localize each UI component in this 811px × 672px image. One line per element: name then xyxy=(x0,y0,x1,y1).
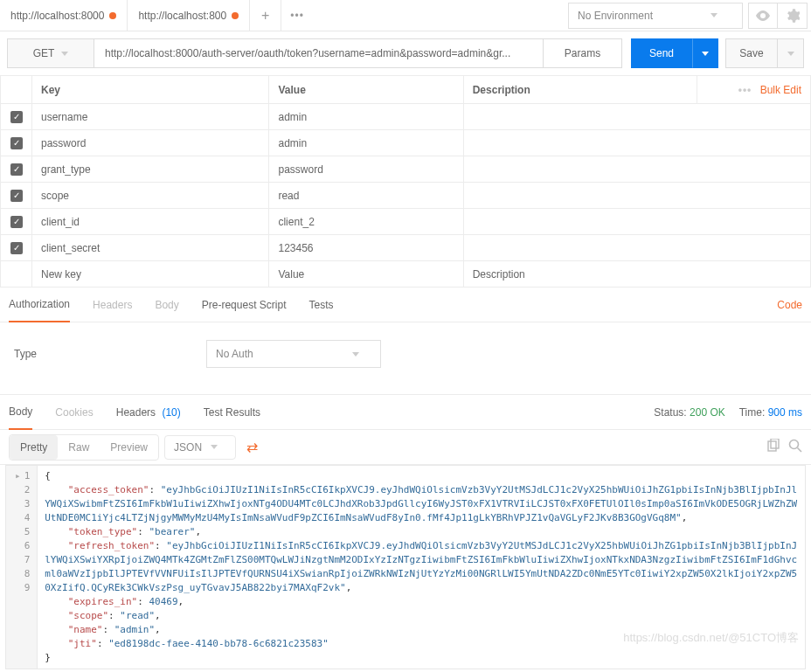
tab-body[interactable]: Body xyxy=(155,288,178,322)
chevron-down-icon xyxy=(352,352,359,357)
request-section-tabs: Authorization Headers Body Pre-request S… xyxy=(0,288,811,322)
checkbox-icon[interactable]: ✓ xyxy=(10,242,23,254)
col-value: Value xyxy=(269,76,463,104)
param-value[interactable]: password xyxy=(269,156,463,183)
param-row[interactable]: ✓passwordadmin xyxy=(1,130,811,156)
auth-type-label: Type xyxy=(14,348,206,360)
http-method-select[interactable]: GET xyxy=(7,38,94,68)
chevron-down-icon xyxy=(787,52,794,56)
checkbox-icon[interactable]: ✓ xyxy=(10,216,23,228)
chevron-down-icon xyxy=(211,445,218,449)
tab-prerequest[interactable]: Pre-request Script xyxy=(202,288,287,322)
param-row[interactable]: ✓scoperead xyxy=(1,183,811,209)
param-key[interactable]: grant_type xyxy=(32,156,269,183)
view-pretty[interactable]: Pretty xyxy=(10,435,58,460)
param-description[interactable] xyxy=(463,183,810,209)
tab-label: http://localhost:8000 xyxy=(10,10,104,22)
params-table: Key Value Description ••• Bulk Edit ✓use… xyxy=(0,75,811,288)
params-button[interactable]: Params xyxy=(544,38,622,68)
param-key[interactable]: client_id xyxy=(32,209,269,235)
param-value[interactable]: 123456 xyxy=(269,235,463,261)
resp-tab-headers[interactable]: Headers (10) xyxy=(116,395,181,430)
copy-icon[interactable] xyxy=(766,439,780,455)
chevron-down-icon xyxy=(61,52,68,56)
svg-rect-1 xyxy=(771,439,779,448)
checkbox-icon[interactable]: ✓ xyxy=(10,190,23,202)
response-format-select[interactable]: JSON xyxy=(164,435,236,460)
method-label: GET xyxy=(33,47,55,59)
svg-point-2 xyxy=(790,440,799,449)
tab-authorization[interactable]: Authorization xyxy=(9,288,70,322)
view-preview[interactable]: Preview xyxy=(100,435,158,460)
environment-label: No Environment xyxy=(578,10,653,22)
gear-icon xyxy=(786,9,800,23)
param-row[interactable]: ✓usernameadmin xyxy=(1,104,811,130)
new-param-row[interactable]: New key Value Description xyxy=(1,261,811,288)
resp-tab-body[interactable]: Body xyxy=(9,395,32,430)
param-row[interactable]: ✓client_idclient_2 xyxy=(1,209,811,235)
send-button[interactable]: Send xyxy=(631,38,692,68)
code-link[interactable]: Code xyxy=(777,299,802,311)
top-tab-bar: http://localhost:8000 http://localhost:8… xyxy=(0,0,811,31)
svg-line-3 xyxy=(798,448,802,453)
tab-headers[interactable]: Headers xyxy=(93,288,132,322)
param-row[interactable]: ✓client_secret123456 xyxy=(1,235,811,261)
checkbox-icon[interactable]: ✓ xyxy=(10,163,23,176)
checkbox-icon[interactable]: ✓ xyxy=(10,137,23,149)
request-tab-1[interactable]: http://localhost:8000 xyxy=(0,0,128,31)
col-key: Key xyxy=(32,76,269,104)
col-description: Description xyxy=(463,76,697,104)
authorization-panel: Type No Auth xyxy=(0,322,811,395)
svg-rect-0 xyxy=(768,441,776,451)
url-value: http://localhost:8000/auth-server/oauth/… xyxy=(105,47,510,59)
param-key[interactable]: client_secret xyxy=(32,235,269,261)
resp-tab-tests[interactable]: Test Results xyxy=(204,395,260,430)
response-view-bar: Pretty Raw Preview JSON ⇄ xyxy=(0,430,811,465)
response-section-tabs: Body Cookies Headers (10) Test Results S… xyxy=(0,395,811,430)
resp-tab-cookies[interactable]: Cookies xyxy=(55,395,93,430)
more-icon[interactable]: ••• xyxy=(738,84,758,96)
modified-dot-icon xyxy=(232,12,239,19)
checkbox-icon[interactable]: ✓ xyxy=(10,111,23,123)
request-tab-2[interactable]: http://localhost:800 xyxy=(128,0,250,31)
environment-preview-button[interactable] xyxy=(748,3,778,29)
param-key[interactable]: password xyxy=(32,130,269,156)
status-label: Status: 200 OK xyxy=(654,406,724,419)
chevron-down-icon xyxy=(702,52,709,56)
time-label: Time: 900 ms xyxy=(739,406,802,419)
chevron-down-icon xyxy=(710,13,717,17)
param-row[interactable]: ✓grant_typepassword xyxy=(1,156,811,183)
wrap-lines-icon[interactable]: ⇄ xyxy=(246,439,258,455)
param-description[interactable] xyxy=(463,209,810,235)
param-description[interactable] xyxy=(463,130,810,156)
environment-select[interactable]: No Environment xyxy=(568,3,743,29)
request-bar: GET http://localhost:8000/auth-server/oa… xyxy=(0,31,811,75)
url-input[interactable]: http://localhost:8000/auth-server/oauth/… xyxy=(94,38,544,68)
param-value[interactable]: read xyxy=(269,183,463,209)
settings-button[interactable] xyxy=(778,3,808,29)
param-value[interactable]: client_2 xyxy=(269,209,463,235)
param-value[interactable]: admin xyxy=(269,130,463,156)
bulk-edit-link[interactable]: Bulk Edit xyxy=(760,84,801,96)
save-button[interactable]: Save xyxy=(725,38,778,68)
param-key[interactable]: scope xyxy=(32,183,269,209)
send-dropdown[interactable] xyxy=(692,38,718,68)
param-key[interactable]: username xyxy=(32,104,269,130)
save-dropdown[interactable] xyxy=(778,38,804,68)
tab-label: http://localhost:800 xyxy=(138,10,226,22)
modified-dot-icon xyxy=(109,12,116,19)
eye-icon xyxy=(755,10,771,21)
param-value[interactable]: admin xyxy=(269,104,463,130)
param-description[interactable] xyxy=(463,156,810,183)
view-raw[interactable]: Raw xyxy=(58,435,100,460)
new-tab-button[interactable]: + xyxy=(250,0,281,31)
search-icon[interactable] xyxy=(788,439,802,455)
auth-type-select[interactable]: No Auth xyxy=(206,340,381,368)
param-description[interactable] xyxy=(463,104,810,130)
tab-tests[interactable]: Tests xyxy=(308,288,333,322)
param-description[interactable] xyxy=(463,235,810,261)
tab-overflow-button[interactable]: ••• xyxy=(281,0,313,31)
watermark-text: https://blog.csdn.net/@51CTO博客 xyxy=(623,630,799,646)
